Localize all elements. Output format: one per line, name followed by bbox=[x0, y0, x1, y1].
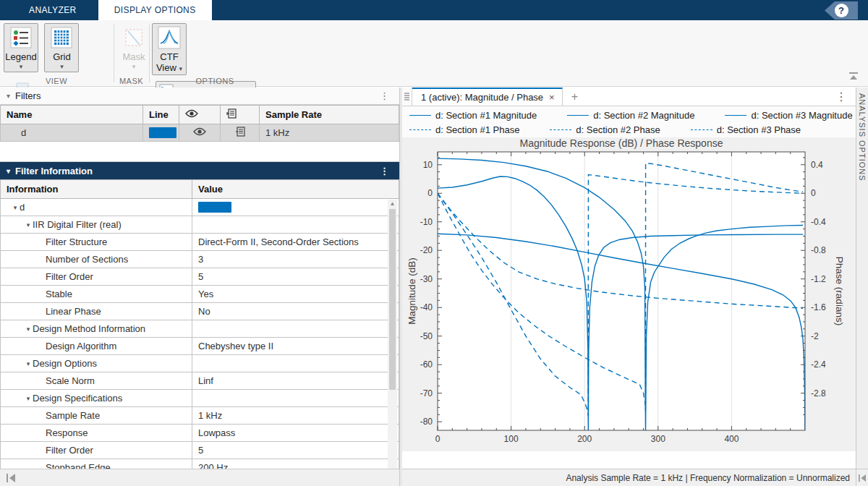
expand-collapse-icon[interactable]: ▾ bbox=[24, 221, 33, 229]
filter-sample-rate: 1 kHz bbox=[260, 124, 399, 142]
filter-line-swatch-cell[interactable] bbox=[143, 124, 179, 142]
info-label: Stable bbox=[46, 289, 72, 299]
tab-analyzer[interactable]: ANALYZER bbox=[13, 0, 93, 20]
legend-entry-label: d: Section #3 Phase bbox=[717, 124, 801, 135]
line-color-swatch[interactable] bbox=[149, 127, 176, 138]
legend-entry[interactable]: d: Section #2 Magnitude bbox=[567, 110, 694, 121]
info-row[interactable]: Number of Sections3 bbox=[1, 251, 399, 268]
legend-entry[interactable]: d: Section #1 Magnitude bbox=[409, 110, 537, 121]
mask-label: Mask bbox=[122, 51, 145, 62]
info-row[interactable]: Sample Rate1 kHz bbox=[1, 407, 399, 425]
grid-button[interactable]: Grid ▾ bbox=[44, 23, 79, 72]
info-label: Design Options bbox=[33, 358, 97, 369]
expand-collapse-icon[interactable]: ▾ bbox=[11, 204, 20, 211]
panel-grip-icon[interactable] bbox=[402, 88, 412, 106]
ribbon: Legend ▾ Grid ▾ bbox=[0, 20, 868, 87]
info-row[interactable]: StableYes bbox=[1, 286, 399, 303]
y-right-tick-label: 0.4 bbox=[811, 160, 823, 170]
info-row[interactable]: ResponseLowpass bbox=[1, 425, 399, 442]
filter-info-cell[interactable] bbox=[221, 124, 260, 142]
ctf-view-icon bbox=[157, 25, 182, 50]
col-value[interactable]: Value bbox=[192, 180, 399, 199]
y-left-axis-label: Magnitude (dB) bbox=[407, 257, 417, 324]
close-tab-icon[interactable]: × bbox=[549, 92, 555, 103]
analysis-options-strip[interactable]: ANALYSIS OPTIONS bbox=[856, 88, 868, 469]
info-label: d bbox=[20, 202, 25, 213]
help-icon: ? bbox=[835, 4, 848, 17]
info-row[interactable]: ▾Design Options bbox=[1, 355, 399, 372]
add-tab-button[interactable]: + bbox=[563, 88, 587, 106]
filter-row-d[interactable]: d 1 kHz bbox=[1, 124, 399, 142]
ribbon-group-options: CTF View ▾ Reference Filters bbox=[150, 20, 280, 87]
info-row[interactable]: Filter Order5 bbox=[1, 442, 399, 459]
info-row[interactable]: ▾Design Specifications bbox=[1, 390, 399, 407]
scroll-up-arrow[interactable]: ▲ bbox=[388, 200, 397, 208]
col-line[interactable]: Line bbox=[143, 106, 179, 124]
legend-entry[interactable]: d: Section #3 Phase bbox=[691, 124, 801, 135]
collapse-right-panel-icon[interactable] bbox=[858, 474, 867, 482]
y-left-tick-label: -30 bbox=[420, 274, 433, 284]
tab-display-options[interactable]: DISPLAY OPTIONS bbox=[98, 0, 212, 20]
legend-entry[interactable]: d: Section #3 Magnitude bbox=[725, 110, 852, 121]
collapse-filter-information-icon[interactable]: ▾ bbox=[7, 167, 10, 175]
y-right-tick-label: -1.6 bbox=[811, 302, 826, 312]
info-row[interactable]: ▾d bbox=[1, 199, 399, 216]
figure-area[interactable]: 0100200300400100-10-20-30-40-50-60-70-80… bbox=[402, 137, 856, 451]
ctf-view-button[interactable]: CTF View ▾ bbox=[152, 23, 187, 75]
expand-collapse-icon[interactable]: ▾ bbox=[24, 360, 33, 367]
tab-menu-icon[interactable]: ⋮ bbox=[827, 88, 856, 106]
collapse-filters-icon[interactable]: ▾ bbox=[7, 92, 10, 100]
info-scrollbar[interactable]: ▲ ▼ bbox=[388, 200, 397, 486]
col-information[interactable]: Information bbox=[1, 180, 192, 199]
x-axis-label: Frequency (Hz) bbox=[587, 449, 655, 451]
col-sample-rate[interactable]: Sample Rate bbox=[260, 106, 399, 124]
legend-entry[interactable]: d: Section #1 Phase bbox=[409, 124, 519, 135]
info-value: Direct-Form II, Second-Order Sections bbox=[192, 234, 399, 251]
info-row[interactable]: Scale NormLinf bbox=[1, 372, 399, 390]
response-plot[interactable]: 0100200300400100-10-20-30-40-50-60-70-80… bbox=[402, 137, 856, 451]
help-button[interactable]: ? bbox=[825, 1, 858, 20]
filters-menu-icon[interactable]: ⋮ bbox=[380, 90, 389, 101]
info-value: Yes bbox=[192, 286, 399, 303]
info-row[interactable]: Design AlgorithmChebyshev type II bbox=[1, 338, 399, 355]
filter-name[interactable]: d bbox=[1, 124, 143, 142]
right-status-bar: Analysis Sample Rate = 1 kHz | Frequency… bbox=[402, 469, 856, 486]
grid-dropdown-arrow[interactable]: ▾ bbox=[60, 64, 64, 70]
filter-info-icon bbox=[235, 127, 245, 137]
legend-button[interactable]: Legend ▾ bbox=[4, 23, 38, 72]
expand-collapse-icon[interactable]: ▾ bbox=[24, 395, 33, 402]
col-name[interactable]: Name bbox=[1, 106, 143, 124]
analysis-options-label: ANALYSIS OPTIONS bbox=[858, 93, 867, 182]
grid-icon bbox=[49, 25, 74, 50]
scrollbar-thumb[interactable] bbox=[389, 209, 396, 390]
collapse-ribbon-button[interactable] bbox=[848, 70, 859, 83]
col-info[interactable] bbox=[221, 106, 260, 124]
expand-collapse-icon[interactable]: ▾ bbox=[24, 325, 33, 333]
legend-dropdown-arrow[interactable]: ▾ bbox=[20, 64, 23, 70]
collapse-left-panel-icon[interactable] bbox=[6, 474, 16, 482]
line-color-swatch[interactable] bbox=[198, 202, 231, 213]
col-visibility[interactable] bbox=[179, 106, 221, 124]
info-value: 5 bbox=[192, 442, 399, 459]
filter-visibility-cell[interactable] bbox=[179, 124, 221, 142]
info-row[interactable]: Linear PhaseNo bbox=[1, 303, 399, 320]
info-row[interactable]: Filter Order5 bbox=[1, 268, 399, 286]
filter-information-menu-icon[interactable]: ⋮ bbox=[380, 166, 389, 176]
dashed-line-sample-icon bbox=[691, 129, 712, 130]
info-value: Chebyshev type II bbox=[192, 338, 399, 355]
filters-panel-header[interactable]: ▾ Filters ⋮ bbox=[0, 88, 399, 105]
y-left-tick-label: 0 bbox=[427, 188, 433, 198]
filter-information-header[interactable]: ▾ Filter Information ⋮ bbox=[0, 162, 399, 179]
legend-entry[interactable]: d: Section #2 Phase bbox=[550, 124, 660, 135]
info-value: Linf bbox=[192, 372, 399, 390]
plot-tab[interactable]: 1 (active): Magnitude / Phase × bbox=[412, 88, 563, 106]
display-tab-bar: 1 (active): Magnitude / Phase × + ⋮ bbox=[402, 88, 856, 106]
y-left-tick-label: 10 bbox=[423, 160, 433, 170]
info-value: Lowpass bbox=[192, 425, 399, 442]
ctf-view-dropdown-arrow[interactable]: ▾ bbox=[179, 65, 183, 72]
info-row[interactable]: ▾Design Method Information bbox=[1, 320, 399, 338]
filter-information-title: Filter Information bbox=[15, 166, 93, 176]
info-row[interactable]: Filter StructureDirect-Form II, Second-O… bbox=[1, 234, 399, 251]
info-row[interactable]: ▾IIR Digital Filter (real) bbox=[1, 216, 399, 234]
y-right-tick-label: -2 bbox=[811, 331, 819, 341]
